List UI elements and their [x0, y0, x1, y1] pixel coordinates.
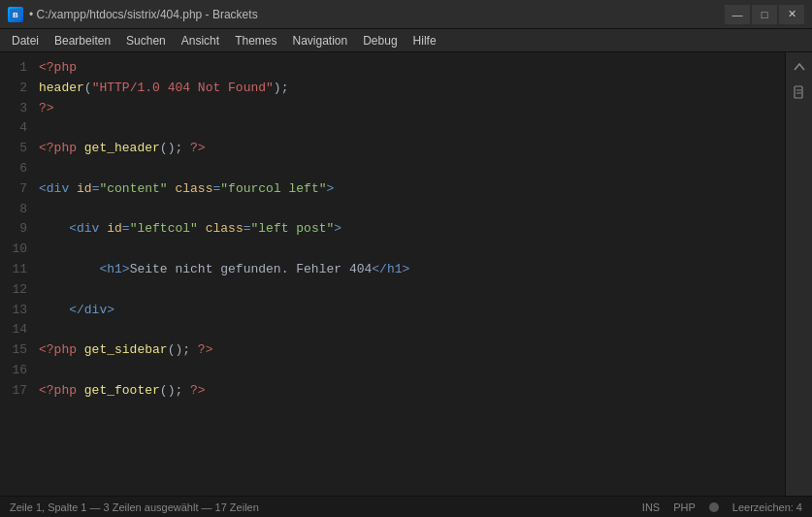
status-position: Zeile 1, Spalte 1 — 3 Zeilen ausgewählt …	[10, 501, 259, 513]
menu-hilfe[interactable]: Hilfe	[406, 29, 444, 51]
code-line-4	[39, 118, 785, 139]
line-num-2: 2	[0, 79, 27, 99]
code-line-6	[39, 159, 785, 179]
php-close-tag-1: ?>	[39, 99, 54, 119]
code-line-7: <div id="content" class="fourcol left">	[39, 179, 785, 200]
code-line-11: <h1>Seite nicht gefunden. Fehler 404</h1…	[39, 260, 785, 280]
status-right: INS PHP Leerzeichen: 4	[642, 501, 802, 513]
code-line-15: <?php get_sidebar(); ?>	[39, 340, 785, 361]
close-button[interactable]: ✕	[779, 5, 804, 24]
menu-themes[interactable]: Themes	[227, 29, 284, 51]
right-sidebar	[785, 52, 812, 496]
line-num-14: 14	[0, 320, 27, 340]
title-bar: B • C:/xampp/htdocs/sistrix/404.php - Br…	[0, 0, 812, 29]
title-bar-controls: — □ ✕	[725, 5, 804, 24]
menu-suchen[interactable]: Suchen	[118, 29, 174, 51]
menu-bearbeiten[interactable]: Bearbeiten	[47, 29, 118, 51]
line-num-1: 1	[0, 58, 27, 79]
status-spaces: Leerzeichen: 4	[732, 501, 802, 513]
code-line-8	[39, 200, 785, 220]
code-line-10	[39, 240, 785, 260]
code-line-17: <?php get_footer(); ?>	[39, 381, 785, 402]
line-num-12: 12	[0, 280, 27, 301]
title-bar-left: B • C:/xampp/htdocs/sistrix/404.php - Br…	[8, 7, 258, 22]
code-line-14	[39, 320, 785, 340]
editor[interactable]: 1 2 3 4 5 6 7 8 9 10 11 12 13 14 15 16 1…	[0, 52, 785, 496]
main-area: 1 2 3 4 5 6 7 8 9 10 11 12 13 14 15 16 1…	[0, 52, 812, 496]
status-bar: Zeile 1, Spalte 1 — 3 Zeilen ausgewählt …	[0, 496, 812, 517]
php-open-tag-1: <?php	[39, 58, 77, 79]
line-num-9: 9	[0, 219, 27, 240]
line-num-17: 17	[0, 381, 27, 402]
status-lang: PHP	[673, 501, 696, 513]
maximize-button[interactable]: □	[752, 5, 777, 24]
menu-ansicht[interactable]: Ansicht	[174, 29, 227, 51]
code-lines[interactable]: <?php header("HTTP/1.0 404 Not Found"); …	[35, 56, 785, 492]
line-num-13: 13	[0, 301, 27, 321]
line-num-16: 16	[0, 361, 27, 381]
line-num-4: 4	[0, 118, 27, 139]
line-num-10: 10	[0, 240, 27, 260]
menu-navigation[interactable]: Navigation	[284, 29, 355, 51]
line-num-3: 3	[0, 99, 27, 119]
line-num-7: 7	[0, 179, 27, 200]
code-line-12	[39, 280, 785, 301]
line-num-11: 11	[0, 260, 27, 280]
func-header: header	[39, 79, 84, 99]
menu-datei[interactable]: Datei	[4, 29, 47, 51]
code-line-9: <div id="leftcol" class="left post">	[39, 219, 785, 240]
minimize-button[interactable]: —	[725, 5, 750, 24]
code-line-13: </div>	[39, 301, 785, 321]
code-line-1: <?php	[39, 58, 785, 79]
status-indicator	[709, 502, 719, 512]
code-line-2: header("HTTP/1.0 404 Not Found");	[39, 79, 785, 99]
code-line-3: ?>	[39, 99, 785, 119]
line-num-6: 6	[0, 159, 27, 179]
code-container: 1 2 3 4 5 6 7 8 9 10 11 12 13 14 15 16 1…	[0, 52, 785, 496]
svg-rect-2	[795, 86, 802, 98]
scroll-up-icon[interactable]	[789, 56, 810, 78]
line-num-15: 15	[0, 340, 27, 361]
menu-debug[interactable]: Debug	[355, 29, 405, 51]
line-num-5: 5	[0, 139, 27, 159]
window-title: • C:/xampp/htdocs/sistrix/404.php - Brac…	[29, 8, 258, 21]
file-icon[interactable]	[789, 81, 810, 103]
app-icon: B	[8, 7, 23, 22]
status-ins: INS	[642, 501, 660, 513]
code-line-5: <?php get_header(); ?>	[39, 139, 785, 159]
line-num-8: 8	[0, 200, 27, 220]
line-numbers: 1 2 3 4 5 6 7 8 9 10 11 12 13 14 15 16 1…	[0, 56, 35, 492]
menu-bar: Datei Bearbeiten Suchen Ansicht Themes N…	[0, 29, 812, 52]
code-line-16	[39, 361, 785, 381]
svg-text:B: B	[13, 11, 18, 19]
